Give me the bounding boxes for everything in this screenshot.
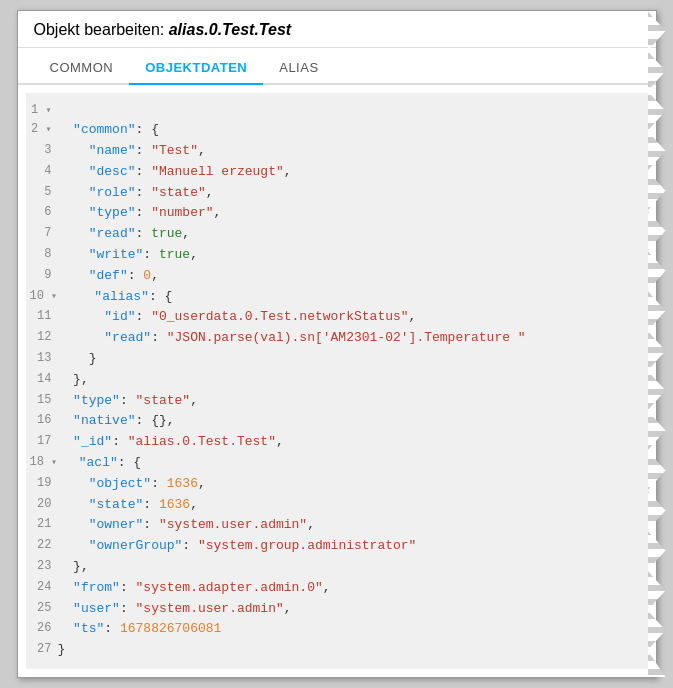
tab-objektdaten[interactable]: OBJEKTDATEN — [129, 52, 263, 83]
tab-alias[interactable]: ALIAS — [263, 52, 334, 83]
line-number: 18 ▾ — [30, 453, 64, 472]
line-content: "id": "0_userdata.0.Test.networkStatus", — [58, 307, 417, 328]
code-line: 25 "user": "system.user.admin", — [26, 599, 648, 620]
line-content: "common": { — [58, 120, 159, 141]
code-line: 15 "type": "state", — [26, 391, 648, 412]
line-content: "read": true, — [58, 224, 191, 245]
line-number: 27 — [30, 640, 58, 659]
line-content: }, — [58, 370, 89, 391]
code-line: 26 "ts": 1678826706081 — [26, 619, 648, 640]
code-line: 22 "ownerGroup": "system.group.administr… — [26, 536, 648, 557]
line-number: 15 — [30, 391, 58, 410]
line-content: "from": "system.adapter.admin.0", — [58, 578, 331, 599]
line-content: "ts": 1678826706081 — [58, 619, 222, 640]
code-line: 20 "state": 1636, — [26, 495, 648, 516]
line-content: "def": 0, — [58, 266, 159, 287]
line-number: 3 — [30, 141, 58, 160]
line-content: "user": "system.user.admin", — [58, 599, 292, 620]
line-content: "desc": "Manuell erzeugt", — [58, 162, 292, 183]
code-line: 24 "from": "system.adapter.admin.0", — [26, 578, 648, 599]
line-number: 9 — [30, 266, 58, 285]
code-line: 9 "def": 0, — [26, 266, 648, 287]
line-number: 1 ▾ — [30, 101, 58, 120]
tab-bar: COMMON OBJEKTDATEN ALIAS — [18, 52, 656, 85]
code-line: 11 "id": "0_userdata.0.Test.networkStatu… — [26, 307, 648, 328]
code-line: 5 "role": "state", — [26, 183, 648, 204]
line-number: 11 — [30, 307, 58, 326]
code-line: 2 ▾ "common": { — [26, 120, 648, 141]
line-content: "type": "number", — [58, 203, 222, 224]
code-line: 19 "object": 1636, — [26, 474, 648, 495]
code-line: 7 "read": true, — [26, 224, 648, 245]
line-content: "read": "JSON.parse(val).sn['AM2301-02']… — [58, 328, 526, 349]
line-number: 2 ▾ — [30, 120, 58, 139]
line-number: 7 — [30, 224, 58, 243]
code-line: 27} — [26, 640, 648, 661]
code-line: 21 "owner": "system.user.admin", — [26, 515, 648, 536]
line-content: "acl": { — [63, 453, 141, 474]
code-line: 23 }, — [26, 557, 648, 578]
line-content: "alias": { — [63, 287, 172, 308]
line-content: } — [58, 349, 97, 370]
code-line: 12 "read": "JSON.parse(val).sn['AM2301-0… — [26, 328, 648, 349]
line-number: 22 — [30, 536, 58, 555]
code-line: 17 "_id": "alias.0.Test.Test", — [26, 432, 648, 453]
line-number: 21 — [30, 515, 58, 534]
line-content: "native": {}, — [58, 411, 175, 432]
line-number: 14 — [30, 370, 58, 389]
line-content: "role": "state", — [58, 183, 214, 204]
line-number: 16 — [30, 411, 58, 430]
line-content: "ownerGroup": "system.group.administrato… — [58, 536, 417, 557]
code-line: 6 "type": "number", — [26, 203, 648, 224]
line-number: 20 — [30, 495, 58, 514]
line-content: "state": 1636, — [58, 495, 198, 516]
line-number: 17 — [30, 432, 58, 451]
window-title: Objekt bearbeiten: alias.0.Test.Test — [34, 21, 640, 39]
code-line: 16 "native": {}, — [26, 411, 648, 432]
line-number: 13 — [30, 349, 58, 368]
code-line: 1 ▾ — [26, 101, 648, 120]
code-line: 10 ▾ "alias": { — [26, 287, 648, 308]
code-line: 3 "name": "Test", — [26, 141, 648, 162]
line-number: 5 — [30, 183, 58, 202]
line-number: 12 — [30, 328, 58, 347]
line-number: 23 — [30, 557, 58, 576]
line-number: 10 ▾ — [30, 287, 64, 306]
title-bar: Objekt bearbeiten: alias.0.Test.Test — [18, 11, 656, 48]
line-content: } — [58, 640, 66, 661]
tab-common[interactable]: COMMON — [34, 52, 130, 83]
line-number: 26 — [30, 619, 58, 638]
code-editor: 1 ▾2 ▾ "common": {3 "name": "Test",4 "de… — [26, 93, 648, 669]
editor-window: Objekt bearbeiten: alias.0.Test.Test COM… — [17, 10, 657, 678]
line-content: "object": 1636, — [58, 474, 206, 495]
line-number: 8 — [30, 245, 58, 264]
code-line: 14 }, — [26, 370, 648, 391]
code-line: 8 "write": true, — [26, 245, 648, 266]
line-number: 6 — [30, 203, 58, 222]
line-number: 19 — [30, 474, 58, 493]
code-line: 13 } — [26, 349, 648, 370]
code-line: 18 ▾ "acl": { — [26, 453, 648, 474]
line-content: "_id": "alias.0.Test.Test", — [58, 432, 284, 453]
line-number: 4 — [30, 162, 58, 181]
line-content: }, — [58, 557, 89, 578]
line-number: 24 — [30, 578, 58, 597]
code-line: 4 "desc": "Manuell erzeugt", — [26, 162, 648, 183]
line-number: 25 — [30, 599, 58, 618]
line-content: "owner": "system.user.admin", — [58, 515, 315, 536]
line-content: "type": "state", — [58, 391, 198, 412]
line-content: "name": "Test", — [58, 141, 206, 162]
line-content: "write": true, — [58, 245, 198, 266]
object-id: alias.0.Test.Test — [169, 21, 291, 38]
